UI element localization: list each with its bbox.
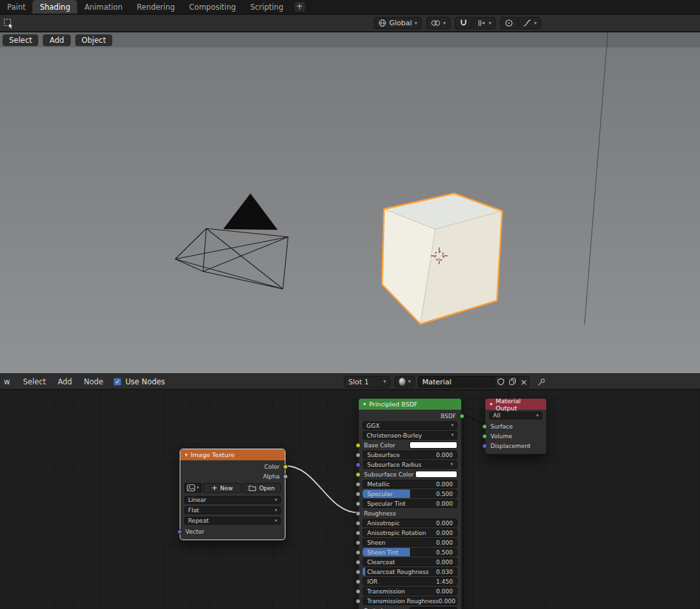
active-tool-icon[interactable] — [2, 18, 15, 29]
transform-orientation-dropdown[interactable]: Global ▾ — [374, 17, 422, 29]
principled-input-transmission[interactable]: Transmission0.000 — [363, 587, 457, 595]
workspace-tab-shading[interactable]: Shading — [32, 0, 77, 14]
number-slider[interactable]: Specular0.500 — [363, 490, 457, 498]
principled-input-specular[interactable]: Specular0.500 — [363, 490, 457, 498]
principled-input-subsurface[interactable]: Subsurface0.000 — [363, 451, 457, 459]
browse-material-dropdown[interactable]: ▾ — [394, 376, 415, 388]
collapse-icon[interactable]: ▾ — [490, 401, 492, 407]
principled-input-ior[interactable]: IOR1.450 — [363, 577, 457, 586]
projection-dropdown[interactable]: Flat ▾ — [184, 506, 281, 514]
principled-input-specular-tint[interactable]: Specular Tint0.000 — [363, 499, 457, 508]
principled-input-transmission-roughness[interactable]: Transmission Roughness0.000 — [363, 597, 457, 605]
extension-dropdown[interactable]: Repeat ▾ — [184, 517, 281, 525]
input-socket[interactable] — [356, 540, 361, 545]
number-slider[interactable]: Specular Tint0.000 — [363, 499, 457, 508]
principled-input-anisotropic[interactable]: Anisotropic0.000 — [363, 519, 457, 527]
input-socket[interactable] — [177, 529, 182, 534]
principled-input-metallic[interactable]: Metallic0.000 — [363, 480, 457, 488]
open-image-button[interactable]: Open — [243, 483, 281, 493]
link-image-color-to-roughness[interactable] — [285, 466, 358, 513]
workspace-tab-rendering[interactable]: Rendering — [130, 0, 182, 14]
output-target-dropdown[interactable]: All ▾ — [489, 412, 542, 419]
fake-user-button[interactable] — [495, 376, 506, 388]
material-name-field[interactable]: Material — [418, 376, 494, 388]
principled-input-sheen[interactable]: Sheen0.000 — [363, 538, 457, 547]
browse-image-dropdown[interactable]: ▾ — [184, 483, 202, 493]
light-object-line[interactable] — [585, 32, 608, 325]
node-header[interactable]: ▾ Principled BSDF — [359, 399, 461, 410]
number-slider[interactable]: IOR1.450 — [363, 577, 457, 586]
shader-node-editor[interactable]: ▾ Image Texture ColorAlpha ▾ + — [0, 390, 700, 609]
unlink-material-button[interactable]: × — [518, 376, 529, 388]
input-socket[interactable] — [482, 434, 487, 439]
node-material-output[interactable]: ▾ Material Output All ▾ SurfaceVolumeDis… — [485, 398, 547, 454]
input-socket[interactable] — [356, 453, 361, 458]
use-nodes-toggle[interactable]: ✓ Use Nodes — [114, 377, 165, 386]
node-header[interactable]: ▾ Material Output — [485, 399, 546, 410]
output-socket[interactable] — [283, 464, 288, 469]
output-socket-bsdf[interactable] — [459, 414, 465, 419]
add-workspace-button[interactable]: + — [295, 2, 305, 12]
new-material-button[interactable] — [507, 376, 518, 388]
snap-toggle-button[interactable] — [455, 17, 472, 29]
input-socket[interactable] — [356, 511, 361, 516]
workspace-tab-compositing[interactable]: Compositing — [182, 0, 243, 14]
new-image-button[interactable]: + New — [203, 483, 241, 493]
viewport-menu-add[interactable]: Add — [43, 34, 70, 46]
input-socket[interactable] — [356, 521, 361, 526]
input-socket[interactable] — [356, 491, 361, 497]
workspace-tab-scripting[interactable]: Scripting — [243, 0, 291, 14]
number-slider[interactable]: Sheen Tint0.500 — [363, 548, 457, 556]
input-socket[interactable] — [482, 443, 487, 449]
node-image-texture[interactable]: ▾ Image Texture ColorAlpha ▾ + — [180, 449, 285, 540]
output-socket[interactable] — [283, 474, 288, 479]
workspace-tab-animation[interactable]: Animation — [77, 0, 130, 14]
input-socket[interactable] — [356, 501, 361, 506]
principled-input-sheen-tint[interactable]: Sheen Tint0.500 — [363, 548, 457, 556]
color-swatch[interactable] — [415, 471, 457, 478]
input-socket[interactable] — [356, 482, 361, 487]
number-slider[interactable]: Metallic0.000 — [363, 480, 457, 488]
interpolation-dropdown[interactable]: Linear ▾ — [184, 496, 281, 504]
checkbox-checked-icon[interactable]: ✓ — [114, 378, 121, 386]
material-slot-dropdown[interactable]: Slot 1 ▾ — [344, 376, 391, 388]
principled-input-emission[interactable]: Emission — [363, 606, 457, 609]
principled-input-clearcoat[interactable]: Clearcoat0.000 — [363, 558, 457, 566]
number-slider[interactable]: Anisotropic0.000 — [363, 519, 457, 527]
input-socket[interactable] — [356, 560, 361, 565]
input-socket[interactable] — [356, 550, 361, 555]
input-socket[interactable] — [356, 599, 361, 604]
input-socket[interactable] — [356, 589, 361, 594]
input-socket[interactable] — [356, 530, 361, 536]
number-slider[interactable]: Transmission0.000 — [363, 587, 457, 595]
view-menu-partial[interactable]: w — [1, 377, 12, 386]
pin-button[interactable] — [537, 378, 546, 386]
input-socket[interactable] — [356, 569, 361, 575]
shader-menu-select[interactable]: Select — [20, 377, 48, 386]
principled-input-clearcoat-roughness[interactable]: Clearcoat Roughness0.030 — [363, 567, 457, 576]
principled-input-subsurface-radius[interactable]: Subsurface Radius▾ — [363, 460, 457, 469]
input-socket[interactable] — [482, 424, 487, 429]
number-slider[interactable]: Subsurface0.000 — [363, 451, 457, 459]
principled-input-anisotropic-rotation[interactable]: Anisotropic Rotation0.000 — [363, 528, 457, 537]
number-slider[interactable]: Anisotropic Rotation0.000 — [363, 528, 457, 537]
input-socket[interactable] — [356, 472, 361, 477]
color-swatch[interactable] — [409, 441, 457, 449]
shader-menu-add[interactable]: Add — [55, 377, 75, 386]
distribution-dropdown[interactable]: GGX ▾ — [363, 421, 457, 430]
viewport-menu-object[interactable]: Object — [75, 34, 112, 46]
proportional-editing-toggle[interactable] — [500, 17, 518, 29]
number-slider[interactable]: Clearcoat0.000 — [363, 558, 457, 566]
principled-input-base-color[interactable]: Base Color — [363, 441, 457, 449]
principled-input-subsurface-color[interactable]: Subsurface Color — [363, 470, 457, 478]
node-principled-bsdf[interactable]: ▾ Principled BSDF BSDF GGX ▾ Christensen… — [358, 398, 462, 609]
vector-button[interactable]: Subsurface Radius▾ — [363, 460, 457, 469]
node-header[interactable]: ▾ Image Texture — [180, 449, 285, 460]
collapse-icon[interactable]: ▾ — [363, 401, 366, 407]
viewport-menu-select[interactable]: Select — [3, 34, 38, 46]
shader-menu-node[interactable]: Node — [81, 377, 106, 386]
number-slider[interactable]: Clearcoat Roughness0.030 — [363, 567, 457, 576]
snap-target-dropdown[interactable]: ▾ — [473, 17, 496, 29]
viewport-3d[interactable]: SelectAddObject — [0, 32, 700, 373]
proportional-falloff-dropdown[interactable]: ▾ — [518, 17, 541, 29]
